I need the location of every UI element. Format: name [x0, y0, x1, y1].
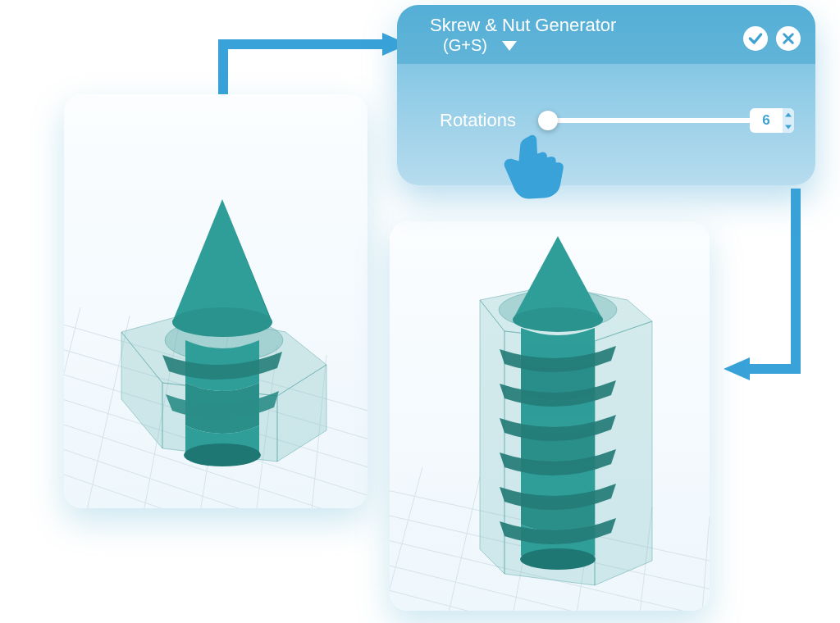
panel-title: Skrew & Nut Generator	[430, 15, 616, 36]
rotations-value-box: 6	[750, 108, 794, 133]
svg-line-35	[693, 516, 710, 611]
svg-marker-1	[724, 357, 750, 380]
preview-after	[390, 221, 710, 611]
svg-point-43	[520, 548, 596, 570]
preview-before	[64, 94, 368, 508]
confirm-button[interactable]	[743, 26, 768, 51]
panel-subtitle: (G+S)	[443, 36, 487, 55]
svg-line-8	[64, 463, 368, 508]
close-button[interactable]	[776, 26, 801, 51]
svg-line-9	[64, 307, 80, 508]
svg-point-23	[172, 307, 272, 337]
rotations-slider[interactable]	[541, 118, 753, 123]
svg-line-30	[390, 467, 422, 611]
svg-marker-44	[785, 112, 792, 116]
svg-point-24	[184, 443, 261, 466]
svg-marker-45	[785, 125, 792, 129]
generator-panel: Skrew & Nut Generator (G+S) Rotations 6	[397, 5, 815, 185]
stepper-up-icon[interactable]	[783, 108, 794, 121]
rotations-value: 6	[750, 112, 783, 129]
svg-point-42	[513, 307, 603, 332]
stepper-down-icon[interactable]	[783, 121, 794, 133]
arrow-panel-to-right	[714, 180, 829, 393]
rotations-stepper[interactable]	[783, 108, 794, 133]
svg-marker-21	[172, 199, 272, 322]
diagram-stage: Skrew & Nut Generator (G+S) Rotations 6	[0, 0, 840, 623]
svg-marker-41	[513, 236, 603, 320]
svg-marker-37	[480, 300, 504, 574]
cursor-hand-icon	[500, 128, 574, 202]
collapse-caret-icon[interactable]	[502, 41, 517, 51]
svg-line-29	[390, 582, 710, 611]
svg-line-31	[431, 477, 480, 611]
